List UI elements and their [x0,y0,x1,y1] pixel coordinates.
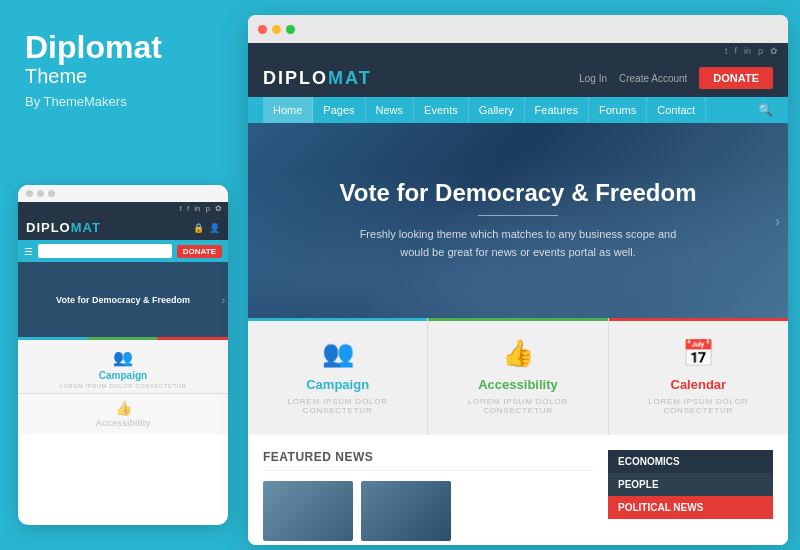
theme-author: By ThemeMakers [25,94,215,109]
accessibility-icon: 👍 [438,338,597,369]
hero-title: Vote for Democracy & Freedom [340,179,697,207]
mobile-header-icons: 🔒 👤 [193,223,220,233]
accessibility-label: Accessibility [438,377,597,392]
browser-close-dot [258,25,267,34]
mobile-campaign-card: 👥 Campaign LOREM IPSUM DOLOR CONSECTETUR [18,340,228,393]
nav-search-icon[interactable]: 🔍 [758,103,773,117]
browser-minimize-dot [272,25,281,34]
accessibility-card-border [428,318,607,321]
mobile-preview: t f in p ✿ DIPLOMAT 🔒 👤 ☰ DONATE Vote fo… [18,185,228,525]
sidebar-item-economics[interactable]: ECONOMICS [608,450,773,473]
site-linkedin-icon[interactable]: in [744,46,751,56]
hero-subtitle: Freshly looking theme which matches to a… [340,226,697,261]
site-nav: Home Pages News Events Gallery Features … [248,97,788,123]
site-bottom: FEATURED NEWS ECONOMICS PEOPLE POLITICAL… [248,435,788,545]
campaign-icon: 👥 [258,338,417,369]
mobile-twitter-icon: t [180,204,182,213]
mobile-hero-text: Vote for Democracy & Freedom [56,295,190,305]
mobile-search-box[interactable] [38,244,172,258]
featured-news-section: FEATURED NEWS [263,450,593,541]
news-thumbnail-2[interactable] [361,481,451,541]
site-logo-accent: MAT [328,68,372,88]
site-header: DIPLOMAT Log In Create Account DONATE [248,59,788,97]
mobile-linkedin-icon: in [194,204,200,213]
site-twitter-icon[interactable]: t [725,46,728,56]
mobile-dot-1 [26,190,33,197]
mobile-facebook-icon: f [187,204,189,213]
browser-window: t f in p ✿ DIPLOMAT Log In Create Accoun… [248,15,788,545]
site-extra-icon[interactable]: ✿ [770,46,778,56]
nav-item-news[interactable]: News [366,97,415,123]
calendar-card: 📅 Calendar LOREM IPSUM DOLOR CONSECTETUR [609,318,788,435]
nav-item-home[interactable]: Home [263,97,313,123]
login-link[interactable]: Log In [579,73,607,84]
mobile-social-bar: t f in p ✿ [18,202,228,215]
mobile-pinterest-icon: p [206,204,210,213]
mobile-campaign-sub: LOREM IPSUM DOLOR CONSECTETUR [24,383,222,389]
mobile-campaign-icon: 👥 [24,348,222,367]
calendar-icon: 📅 [619,338,778,369]
nav-item-events[interactable]: Events [414,97,469,123]
feature-cards: 👥 Campaign LOREM IPSUM DOLOR CONSECTETUR… [248,318,788,435]
mobile-header: DIPLOMAT 🔒 👤 [18,215,228,240]
browser-titlebar [248,15,788,43]
site-facebook-icon[interactable]: f [734,46,737,56]
mobile-arrow-right-icon: › [222,294,225,305]
nav-item-pages[interactable]: Pages [313,97,365,123]
calendar-card-border [609,318,788,321]
mobile-hamburger-icon[interactable]: ☰ [24,246,33,257]
mobile-hero: Vote for Democracy & Freedom › [18,262,228,337]
hero-divider [478,215,558,216]
mobile-accessibility-card: 👍 Accessibility [18,394,228,434]
news-sidebar: ECONOMICS PEOPLE POLITICAL NEWS [608,450,773,541]
mobile-dot-2 [37,190,44,197]
mobile-logo-accent: MAT [71,220,101,235]
site-logo: DIPLOMAT [263,68,372,89]
news-thumbnails [263,481,593,541]
nav-item-forums[interactable]: Forums [589,97,647,123]
campaign-card-border [248,318,427,321]
mobile-titlebar [18,185,228,202]
mobile-user-icon: 👤 [209,223,220,233]
sidebar-item-political-news[interactable]: POLITICAL NEWS [608,496,773,519]
mobile-nav-bar: ☰ DONATE [18,240,228,262]
site-pinterest-icon[interactable]: p [758,46,763,56]
mobile-accessibility-icon: 👍 [24,400,222,416]
calendar-label: Calendar [619,377,778,392]
nav-item-gallery[interactable]: Gallery [469,97,525,123]
site-donate-button[interactable]: DONATE [699,67,773,89]
campaign-sub: LOREM IPSUM DOLOR CONSECTETUR [258,397,417,415]
mobile-lock-icon: 🔒 [193,223,204,233]
site-social-bar: t f in p ✿ [248,43,788,59]
theme-subtitle: Theme [25,65,215,88]
nav-item-features[interactable]: Features [525,97,589,123]
create-account-link[interactable]: Create Account [619,73,687,84]
mobile-extra-icon: ✿ [215,204,222,213]
sidebar-item-people[interactable]: PEOPLE [608,473,773,496]
accessibility-card: 👍 Accessibility LOREM IPSUM DOLOR CONSEC… [428,318,608,435]
browser-maximize-dot [286,25,295,34]
mobile-dot-3 [48,190,55,197]
mobile-accessibility-label: Accessibility [24,418,222,428]
mobile-campaign-label: Campaign [24,370,222,381]
nav-item-contact[interactable]: Contact [647,97,706,123]
news-thumbnail-1[interactable] [263,481,353,541]
theme-title: Diplomat [25,30,215,65]
accessibility-sub: LOREM IPSUM DOLOR CONSECTETUR [438,397,597,415]
hero-arrow-right-icon[interactable]: › [775,213,780,229]
hero-content: Vote for Democracy & Freedom Freshly loo… [340,179,697,261]
header-actions: Log In Create Account DONATE [579,67,773,89]
featured-news-title: FEATURED NEWS [263,450,593,471]
mobile-logo: DIPLOMAT [26,220,101,235]
mobile-donate-button[interactable]: DONATE [177,245,222,258]
left-panel: Diplomat Theme By ThemeMakers t f in p ✿… [0,0,240,550]
campaign-label: Campaign [258,377,417,392]
calendar-sub: LOREM IPSUM DOLOR CONSECTETUR [619,397,778,415]
campaign-card: 👥 Campaign LOREM IPSUM DOLOR CONSECTETUR [248,318,428,435]
site-hero: Vote for Democracy & Freedom Freshly loo… [248,123,788,318]
